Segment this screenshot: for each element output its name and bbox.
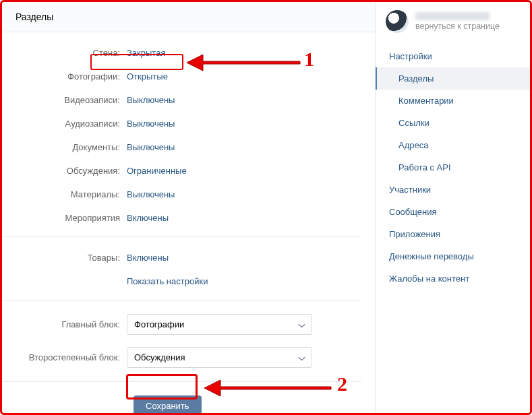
setting-label-events: Мероприятия — [2, 213, 127, 223]
setting-value-photos[interactable]: Открытые — [127, 71, 168, 82]
sidebar-item[interactable]: Разделы — [376, 67, 530, 90]
sidebar-item[interactable]: Работа с API — [376, 156, 530, 179]
sidebar-item[interactable]: Настройки — [376, 45, 530, 67]
secondary-block-select[interactable]: Обсуждения — [127, 347, 312, 368]
sidebar-item[interactable]: Сообщения — [376, 201, 530, 223]
setting-value-audio[interactable]: Выключены — [127, 119, 175, 129]
sidebar-item[interactable]: Ссылки — [376, 112, 530, 134]
setting-label-discussions: Обсуждения: — [2, 166, 127, 176]
setting-label-wall: Стена: — [2, 48, 127, 58]
main-block-select[interactable]: Фотографии — [127, 314, 312, 335]
setting-value-videos[interactable]: Выключены — [127, 95, 175, 105]
avatar[interactable] — [386, 10, 409, 33]
show-settings-link[interactable]: Показать настройки — [127, 276, 208, 286]
secondary-block-label: Второстепенный блок: — [2, 352, 127, 362]
back-to-page-link[interactable]: вернуться к странице — [415, 22, 500, 31]
sidebar-item[interactable]: Жалобы на контент — [376, 267, 530, 290]
setting-value-goods[interactable]: Включены — [127, 253, 169, 263]
divider — [2, 236, 361, 237]
setting-value-materials[interactable]: Выключены — [127, 189, 175, 199]
sidebar-item[interactable]: Денежные переводы — [376, 245, 530, 267]
setting-label-docs: Документы: — [2, 142, 127, 152]
main-block-label: Главный блок: — [2, 319, 127, 329]
sidebar-item[interactable]: Участники — [376, 179, 530, 201]
sidebar-item[interactable]: Адреса — [376, 134, 530, 156]
sidebar-item[interactable]: Комментарии — [376, 90, 530, 112]
setting-value-docs[interactable]: Выключены — [127, 142, 175, 152]
profile-name-redacted — [415, 12, 490, 20]
divider — [2, 300, 361, 300]
page-title: Разделы — [2, 2, 375, 32]
sidebar-item[interactable]: Приложения — [376, 223, 530, 245]
setting-label-goods: Товары: — [2, 253, 127, 263]
setting-label-photos: Фотографии: — [2, 71, 127, 82]
setting-value-discussions[interactable]: Ограниченные — [127, 166, 187, 176]
setting-label-videos: Видеозаписи: — [2, 95, 127, 105]
setting-value-wall[interactable]: Закрытая — [127, 48, 165, 58]
sidebar: вернуться к странице НастройкиРазделыКом… — [375, 2, 530, 413]
setting-value-events[interactable]: Включены — [127, 213, 169, 223]
setting-label-materials: Материалы: — [2, 189, 127, 199]
save-button[interactable]: Сохранить — [134, 395, 202, 415]
divider — [2, 381, 361, 382]
setting-label-audio: Аудиозаписи: — [2, 119, 127, 129]
